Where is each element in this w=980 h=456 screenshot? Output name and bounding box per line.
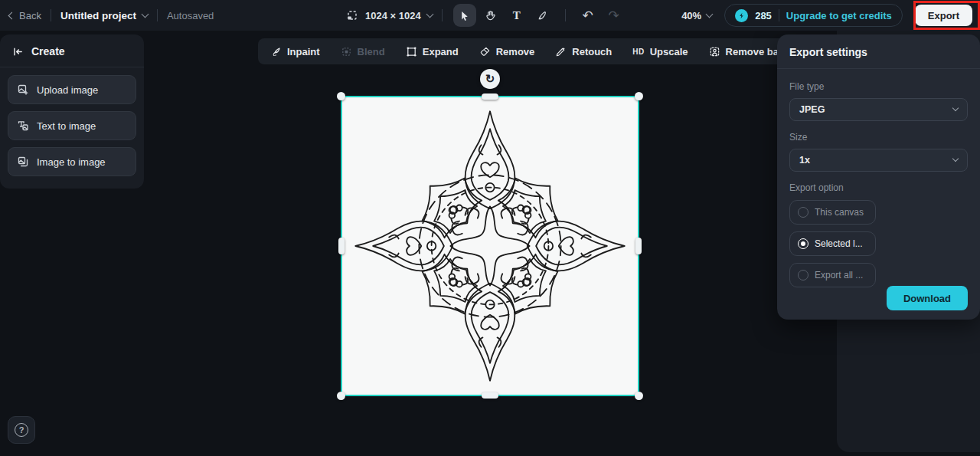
file-type-label: File type [789, 81, 968, 92]
top-bar: Back Untitled project Autosaved 1024 × 1… [0, 0, 980, 31]
retouch-button[interactable]: Retouch [555, 46, 612, 57]
file-type-select[interactable]: JPEG [789, 98, 968, 121]
size-value: 1x [799, 155, 810, 166]
redo-icon: ↷ [609, 9, 619, 22]
retouch-pen-icon [555, 46, 567, 57]
export-settings-title: Export settings [777, 34, 980, 69]
edit-toolbar: Inpaint Blend Expand [258, 38, 810, 64]
radio-icon [798, 238, 808, 249]
inpaint-button[interactable]: Inpaint [270, 46, 320, 57]
cursor-icon [459, 10, 470, 21]
export-button[interactable]: Export [915, 5, 972, 26]
resize-handle-se[interactable] [635, 392, 643, 400]
undo-button[interactable]: ↶ [577, 4, 599, 27]
mandala-star-line-art [344, 99, 636, 393]
hd-icon: HD [632, 48, 644, 56]
expand-button[interactable]: Expand [406, 46, 459, 57]
upload-image-label: Upload image [37, 84, 98, 96]
undo-icon: ↶ [583, 9, 593, 22]
image-to-image-label: Image to image [37, 156, 106, 168]
inpaint-label: Inpaint [287, 46, 320, 57]
divider [157, 9, 158, 21]
resize-handle-ne[interactable] [635, 92, 643, 100]
help-button[interactable]: ? [8, 416, 35, 444]
text-to-image-label: Text to image [37, 120, 96, 132]
help-icon: ? [15, 423, 28, 437]
expand-icon [406, 46, 417, 57]
radio-icon [798, 207, 808, 218]
resize-handle-nw[interactable] [337, 92, 345, 100]
resize-handle-top[interactable] [482, 93, 498, 100]
option-selected-layer-label: Selected l... [815, 238, 863, 249]
option-selected-layer[interactable]: Selected l... [789, 231, 876, 256]
zoom-level-selector[interactable]: 40% [681, 10, 712, 21]
text-tool-button[interactable]: T [505, 4, 528, 27]
credits-count: 285 [755, 10, 772, 21]
chevron-down-icon [706, 10, 714, 18]
export-settings-panel: Export settings File type JPEG Size 1x E… [777, 34, 980, 320]
credit-coin-icon [735, 9, 748, 22]
project-name-menu[interactable]: Untitled project [60, 10, 148, 21]
blend-icon [341, 46, 352, 57]
option-export-all-label: Export all ... [815, 270, 863, 280]
file-type-value: JPEG [799, 104, 825, 115]
upload-image-button[interactable]: Upload image [8, 75, 136, 104]
rotate-handle[interactable]: ↻ [480, 69, 500, 89]
redo-button[interactable]: ↷ [603, 4, 626, 27]
upscale-label: Upscale [650, 46, 688, 57]
remove-button[interactable]: Remove [479, 46, 535, 57]
zoom-level-value: 40% [681, 10, 701, 21]
resize-handle-sw[interactable] [337, 392, 345, 400]
resize-handle-bottom[interactable] [482, 392, 498, 399]
canvas-size-value: 1024 × 1024 [365, 10, 421, 21]
hand-tool-button[interactable] [479, 4, 502, 27]
text-to-image-icon [17, 120, 29, 132]
text-tool-icon: T [513, 9, 521, 22]
retouch-label: Retouch [572, 46, 612, 57]
chevron-down-icon [952, 105, 959, 111]
text-to-image-button[interactable]: Text to image [8, 111, 136, 140]
remove-background-icon [709, 46, 720, 57]
export-option-label: Export option [789, 182, 968, 193]
divider [51, 9, 51, 21]
eraser-icon [479, 46, 491, 57]
resize-handle-left[interactable] [338, 238, 345, 254]
collapse-panel-icon[interactable] [12, 46, 24, 57]
divider [565, 9, 566, 21]
draw-tool-button[interactable] [531, 4, 554, 27]
size-select[interactable]: 1x [789, 149, 968, 172]
upscale-button[interactable]: HD Upscale [632, 46, 688, 57]
blend-label: Blend [358, 46, 385, 57]
upgrade-link[interactable]: Upgrade to get credits [786, 10, 892, 21]
divider [442, 9, 443, 21]
select-tool-button[interactable] [453, 4, 476, 27]
blend-button[interactable]: Blend [341, 46, 385, 57]
create-panel-title: Create [31, 45, 65, 57]
option-this-canvas[interactable]: This canvas [789, 200, 876, 225]
canvas-size-icon [346, 9, 358, 21]
inpaint-brush-icon [270, 46, 282, 57]
back-label: Back [19, 10, 41, 21]
pen-icon [537, 10, 548, 21]
upload-image-icon [17, 84, 29, 96]
download-button[interactable]: Download [887, 286, 968, 310]
credits-pill[interactable]: 285 Upgrade to get credits [724, 4, 903, 27]
divider [779, 9, 779, 21]
hand-icon [485, 10, 496, 21]
image-to-image-button[interactable]: Image to image [8, 147, 136, 176]
selected-image-layer[interactable] [341, 96, 639, 396]
resize-handle-right[interactable] [635, 238, 642, 254]
chevron-left-icon [8, 11, 16, 19]
expand-label: Expand [423, 46, 459, 57]
option-this-canvas-label: This canvas [815, 207, 864, 218]
option-export-all[interactable]: Export all ... [789, 263, 876, 287]
create-panel: Create Upload image Text to image [0, 34, 144, 189]
back-button[interactable]: Back [9, 10, 41, 21]
chevron-down-icon [426, 10, 433, 18]
canvas-size-selector[interactable]: 1024 × 1024 [365, 10, 433, 21]
chevron-down-icon [952, 156, 959, 162]
chevron-down-icon [141, 10, 149, 18]
image-to-image-icon [17, 156, 29, 168]
remove-label: Remove [496, 46, 535, 57]
rotate-icon: ↻ [485, 72, 495, 86]
